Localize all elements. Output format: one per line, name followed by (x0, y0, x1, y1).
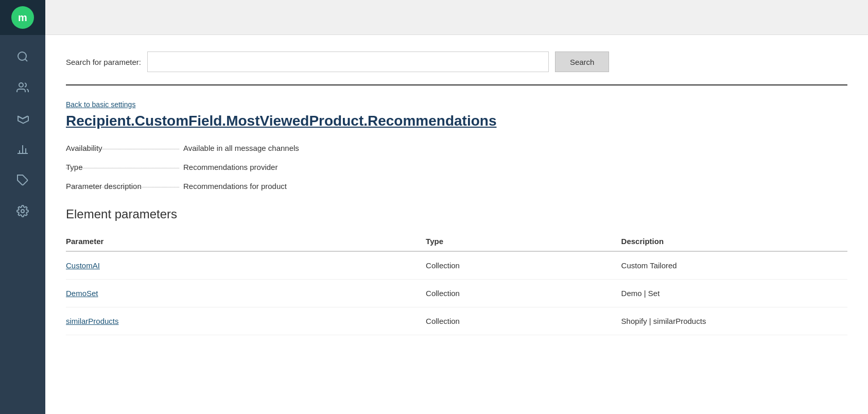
users-icon (16, 81, 29, 94)
svg-point-2 (19, 83, 23, 87)
search-input[interactable] (147, 51, 549, 72)
param-link-2[interactable]: similarProducts (66, 317, 119, 325)
sidebar-item-users[interactable] (9, 74, 36, 101)
detail-row-type: Type Recommendations provider (66, 163, 847, 171)
column-header-description: Description (613, 232, 847, 251)
page-title[interactable]: Recipient.CustomField.MostViewedProduct.… (66, 113, 847, 129)
param-desc-2: Shopify | similarProducts (613, 307, 847, 335)
table-row: similarProductsCollectionShopify | simil… (66, 307, 847, 335)
table-row: CustomAICollectionCustom Tailored (66, 251, 847, 280)
puzzle-icon (16, 174, 29, 186)
param-type-1: Collection (418, 280, 613, 307)
param-link-1[interactable]: DemoSet (66, 289, 98, 298)
availability-value: Available in all message channels (179, 144, 299, 152)
param-link-0[interactable]: CustomAI (66, 261, 100, 270)
search-button[interactable]: Search (555, 51, 610, 72)
svg-line-1 (25, 59, 27, 61)
sidebar-nav (9, 35, 36, 414)
table-header-row: Parameter Type Description (66, 232, 847, 251)
detail-row-description: Parameter description Recommendations fo… (66, 182, 847, 191)
type-label: Type (66, 163, 179, 171)
search-icon (16, 50, 29, 63)
sidebar-logo: m (0, 0, 45, 35)
logo-avatar: m (11, 6, 34, 29)
column-header-type: Type (418, 232, 613, 251)
megaphone-icon (16, 112, 29, 125)
column-header-parameter: Parameter (66, 232, 418, 251)
svg-point-0 (18, 52, 26, 60)
availability-label: Availability (66, 144, 179, 152)
svg-point-8 (21, 210, 24, 213)
main-content: Search for parameter: Search Back to bas… (45, 0, 868, 414)
sidebar-item-analytics[interactable] (9, 136, 36, 163)
param-type-2: Collection (418, 307, 613, 335)
type-value: Recommendations provider (179, 163, 277, 171)
gear-icon (16, 205, 29, 217)
sidebar-item-campaigns[interactable] (9, 105, 36, 132)
search-row: Search for parameter: Search (66, 51, 847, 85)
search-label: Search for parameter: (66, 58, 141, 66)
description-value: Recommendations for product (179, 182, 287, 191)
param-desc-0: Custom Tailored (613, 251, 847, 280)
chart-icon (16, 143, 29, 156)
sidebar-item-search[interactable] (9, 43, 36, 70)
detail-table: Availability Available in all message ch… (66, 144, 847, 191)
params-table: Parameter Type Description CustomAIColle… (66, 232, 847, 335)
back-to-basic-settings-link[interactable]: Back to basic settings (66, 100, 135, 109)
element-parameters-title: Element parameters (66, 207, 847, 221)
content-area: Search for parameter: Search Back to bas… (45, 35, 868, 414)
table-row: DemoSetCollectionDemo | Set (66, 280, 847, 307)
param-desc-1: Demo | Set (613, 280, 847, 307)
sidebar-item-integrations[interactable] (9, 167, 36, 194)
sidebar: m (0, 0, 45, 414)
description-label: Parameter description (66, 182, 179, 191)
top-bar (45, 0, 868, 35)
param-type-0: Collection (418, 251, 613, 280)
detail-row-availability: Availability Available in all message ch… (66, 144, 847, 152)
sidebar-item-settings[interactable] (9, 198, 36, 225)
